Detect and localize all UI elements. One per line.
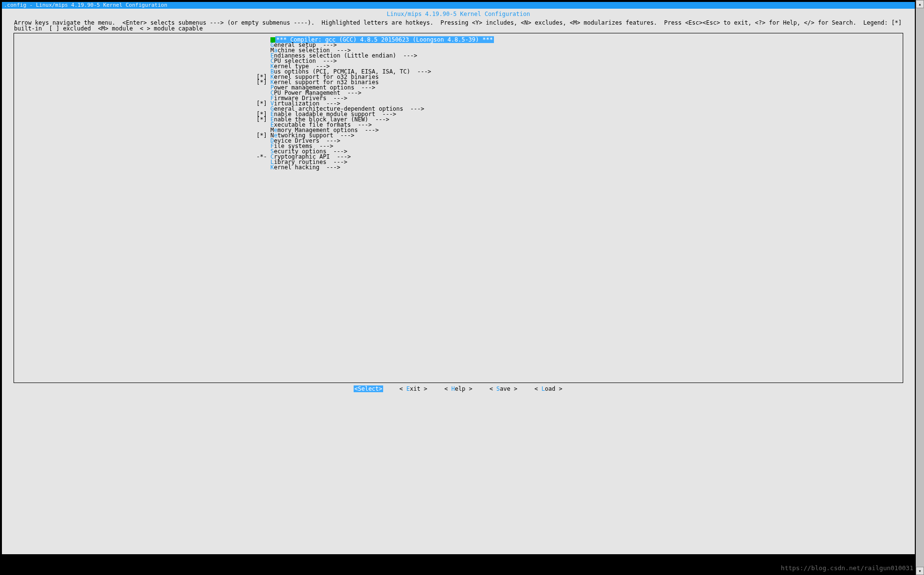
window-title-bar: .config - Linux/mips 4.19.90-5 Kernel Co… — [2, 2, 915, 9]
menu-content: *** Compiler: gcc (GCC) 4.8.5 20150623 (… — [14, 37, 903, 170]
menu-item[interactable]: Executable file formats ---> — [14, 122, 903, 128]
window-title: .config - Linux/mips 4.19.90-5 Kernel Co… — [4, 2, 167, 8]
menu-box: *** Compiler: gcc (GCC) 4.8.5 20150623 (… — [14, 33, 903, 383]
menu-item-prefix — [14, 48, 270, 53]
menu-item-label: Cryptographic API ---> — [270, 154, 903, 160]
terminal-window: .config - Linux/mips 4.19.90-5 Kernel Co… — [1, 1, 915, 561]
menu-item[interactable]: [*] Kernel support for n32 binaries — [14, 80, 903, 85]
menu-item-prefix: -*- — [14, 154, 270, 160]
menu-item-prefix — [14, 106, 270, 112]
menu-item-label: *** Compiler: gcc (GCC) 4.8.5 20150623 (… — [270, 37, 903, 43]
menu-item-prefix: [*] — [14, 74, 270, 80]
menu-item-prefix — [14, 37, 270, 43]
menu-item[interactable]: File systems ---> — [14, 144, 903, 149]
menu-item[interactable]: [*] Kernel support for o32 binaries — [14, 74, 903, 80]
menu-item[interactable]: Machine selection ---> — [14, 48, 903, 53]
menu-item[interactable]: [*] Enable loadable module support ---> — [14, 112, 903, 117]
menu-item[interactable]: Security options ---> — [14, 149, 903, 154]
menu-item[interactable]: Firmware Drivers ---> — [14, 96, 903, 101]
exit-button[interactable]: < Exit > — [399, 385, 429, 392]
menu-item-prefix — [14, 144, 270, 149]
menu-item[interactable]: Kernel type ---> — [14, 64, 903, 69]
menu-item-prefix — [14, 69, 270, 74]
menu-item-prefix — [14, 160, 270, 165]
menu-item[interactable]: Memory Management options ---> — [14, 128, 903, 133]
menu-item-label: General setup ---> — [270, 43, 903, 48]
menu-item-prefix: [*] — [14, 133, 270, 138]
menu-item-label: Security options ---> — [270, 149, 903, 154]
menu-item-label: CPU Power Management ---> — [270, 90, 903, 96]
menu-item-label: File systems ---> — [270, 144, 903, 149]
menu-item[interactable]: General setup ---> — [14, 43, 903, 48]
menu-item-label: Endianness selection (Little endian) ---… — [270, 53, 903, 59]
menu-item[interactable]: Kernel hacking ---> — [14, 165, 903, 170]
menu-item-label: Device Drivers ---> — [270, 138, 903, 144]
menu-item-prefix: [*] — [14, 112, 270, 117]
menu-item[interactable]: Library routines ---> — [14, 160, 903, 165]
menu-item-prefix — [14, 138, 270, 144]
menu-item-prefix — [14, 165, 270, 170]
menu-item[interactable]: Endianness selection (Little endian) ---… — [14, 53, 903, 59]
menu-item[interactable]: Bus options (PCI, PCMCIA, EISA, ISA, TC)… — [14, 69, 903, 74]
help-button[interactable]: < Help > — [444, 385, 474, 392]
bottom-strip — [1, 554, 915, 561]
watermark: https://blog.csdn.net/railgun010031 — [781, 564, 913, 572]
menu-item-prefix — [14, 122, 270, 128]
menu-item[interactable]: General architecture-dependent options -… — [14, 106, 903, 112]
scroll-up-icon[interactable]: ▴ — [916, 0, 924, 8]
menu-item-prefix — [14, 96, 270, 101]
load-button[interactable]: < Load > — [534, 385, 564, 392]
menu-item-prefix — [14, 59, 270, 64]
menu-item[interactable]: CPU selection ---> — [14, 59, 903, 64]
menu-item-prefix: [*] — [14, 117, 270, 122]
menu-title: Linux/mips 4.19.90-5 Kernel Configuratio… — [2, 11, 915, 17]
menu-item[interactable]: *** Compiler: gcc (GCC) 4.8.5 20150623 (… — [14, 37, 903, 43]
menu-item-label: Networking support ---> — [270, 133, 903, 138]
menu-item-label: Library routines ---> — [270, 160, 903, 165]
menu-item-label: Power management options ---> — [270, 85, 903, 90]
menu-item[interactable]: Power management options ---> — [14, 85, 903, 90]
menu-item-prefix — [14, 43, 270, 48]
menu-item-prefix — [14, 128, 270, 133]
scroll-down-icon[interactable]: ▾ — [916, 567, 924, 575]
menu-item-prefix — [14, 149, 270, 154]
menu-item-prefix: [*] — [14, 101, 270, 106]
menu-item[interactable]: -*- Cryptographic API ---> — [14, 154, 903, 160]
menu-item[interactable]: [*] Networking support ---> — [14, 133, 903, 138]
menu-item-label: Memory Management options ---> — [270, 128, 903, 133]
menu-item-prefix: [*] — [14, 80, 270, 85]
select-button[interactable]: <Select> — [354, 385, 384, 392]
menu-item-prefix — [14, 85, 270, 90]
menu-item-label: CPU selection ---> — [270, 59, 903, 64]
menu-item-prefix — [14, 90, 270, 96]
menu-item-prefix — [14, 64, 270, 69]
menu-item[interactable]: [*] Virtualization ---> — [14, 101, 903, 106]
menu-item[interactable]: [*] Enable the block layer (NEW) ---> — [14, 117, 903, 122]
menu-item-label: Kernel hacking ---> — [270, 165, 903, 170]
menu-item-prefix — [14, 53, 270, 59]
menu-item-label: Firmware Drivers ---> — [270, 96, 903, 101]
help-text: Arrow keys navigate the menu. <Enter> se… — [2, 18, 915, 33]
menu-item[interactable]: Device Drivers ---> — [14, 138, 903, 144]
save-button[interactable]: < Save > — [489, 385, 519, 392]
menu-item[interactable]: CPU Power Management ---> — [14, 90, 903, 96]
buttons-row: <Select> < Exit > < Help > < Save > < Lo… — [2, 384, 915, 394]
scrollbar[interactable]: ▴ ▾ — [916, 0, 924, 575]
